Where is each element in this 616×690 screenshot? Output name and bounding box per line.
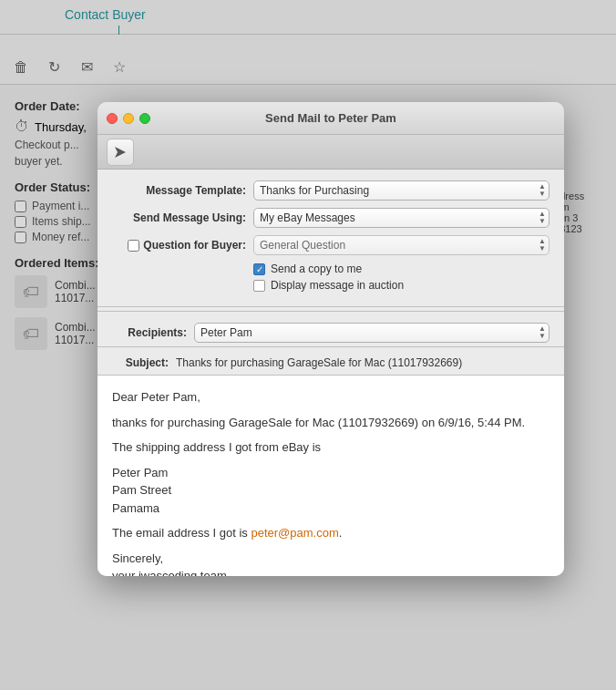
modal-title: Send Mail to Peter Pam (265, 111, 396, 125)
address-city: Pamama (112, 499, 549, 518)
send-using-select-wrapper: My eBay Messages Email ▲ ▼ (253, 208, 549, 228)
display-auction-row: Display message in auction (253, 279, 549, 292)
address-name: Peter Pam (112, 464, 549, 482)
send-copy-label: Send a copy to me (271, 263, 362, 275)
send-using-row: Send Message Using: My eBay Messages Ema… (112, 208, 549, 228)
modal-titlebar: Send Mail to Peter Pam (98, 102, 564, 135)
modal-toolbar (98, 135, 564, 170)
template-label: Message Template: (112, 184, 253, 197)
modal-form: Message Template: Thanks for Purchasing … (98, 170, 564, 307)
body-line1: thanks for purchasing GarageSale for Mac… (112, 414, 549, 432)
body-line3-post: . (339, 526, 343, 540)
recipients-row: Recipients: Peter Pam ▲ ▼ (98, 319, 564, 347)
send-copy-row: ✓ Send a copy to me (253, 263, 549, 275)
body-line1-text: thanks for purchasing GarageSale for Mac… (112, 416, 525, 429)
display-auction-checkbox[interactable] (253, 280, 265, 292)
svg-marker-0 (115, 147, 126, 158)
subject-label: Subject: (112, 356, 176, 369)
address-block: Peter Pam Pam Street Pamama (112, 464, 549, 518)
send-button[interactable] (107, 139, 134, 166)
modal-window: Send Mail to Peter Pam Message Template:… (98, 102, 564, 576)
form-separator (98, 311, 564, 312)
template-row: Message Template: Thanks for Purchasing … (112, 180, 549, 201)
body-team: your iwascoding team (112, 569, 227, 576)
send-copy-checkbox[interactable]: ✓ (253, 263, 265, 275)
question-select-wrapper: General Question Shipping Question Payme… (253, 235, 549, 255)
checkboxes-area: ✓ Send a copy to me Display message in a… (112, 263, 549, 292)
send-using-label: Send Message Using: (112, 211, 253, 224)
subject-row: Subject: Thanks for purchasing GarageSal… (98, 351, 564, 376)
message-body: Dear Peter Pam, thanks for purchasing Ga… (98, 376, 564, 576)
recipients-select[interactable]: Peter Pam (194, 323, 549, 343)
recipients-label: Recipients: (112, 326, 194, 339)
question-checkbox[interactable] (128, 240, 139, 252)
question-label: Question for Buyer: (143, 239, 246, 252)
close-button[interactable] (107, 113, 118, 124)
recipients-select-wrapper: Peter Pam ▲ ▼ (194, 323, 549, 343)
address-street: Pam Street (112, 481, 549, 499)
template-select[interactable]: Thanks for Purchasing Thanks for Bidding… (253, 180, 549, 201)
send-icon (113, 145, 128, 160)
display-auction-label: Display message in auction (271, 279, 404, 292)
email-link[interactable]: peter@pam.com (251, 526, 338, 540)
body-line3-pre: The email address I got is (112, 526, 251, 540)
message-body-scroll[interactable]: Dear Peter Pam, thanks for purchasing Ga… (98, 376, 564, 576)
window-controls (107, 113, 150, 124)
body-closing-text: Sincerely, (112, 551, 163, 565)
question-select[interactable]: General Question Shipping Question Payme… (253, 235, 549, 255)
send-using-select[interactable]: My eBay Messages Email (253, 208, 549, 228)
subject-value: Thanks for purchasing GarageSale for Mac… (176, 356, 462, 369)
body-line3: The email address I got is peter@pam.com… (112, 524, 549, 542)
question-row: Question for Buyer: General Question Shi… (112, 235, 549, 255)
minimize-button[interactable] (123, 113, 134, 124)
maximize-button[interactable] (139, 113, 150, 124)
body-line2: The shipping address I got from eBay is (112, 438, 549, 457)
body-closing: Sincerely, your iwascoding team (112, 550, 549, 577)
body-greeting: Dear Peter Pam, (112, 388, 549, 407)
template-select-wrapper: Thanks for Purchasing Thanks for Bidding… (253, 180, 549, 201)
